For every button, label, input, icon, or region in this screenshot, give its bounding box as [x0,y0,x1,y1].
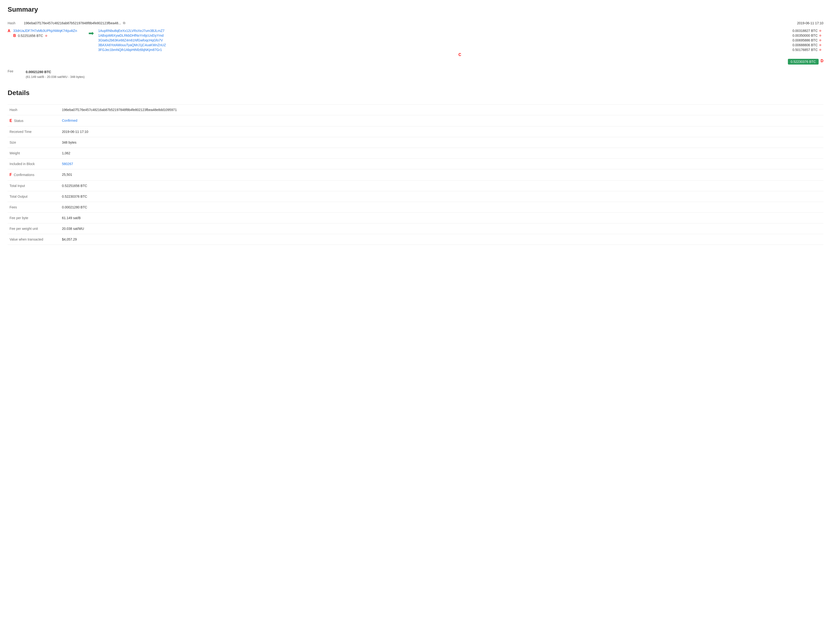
detail-value: 25,501 [62,173,72,177]
detail-value-cell: 2019-06-11 17:10 [60,126,823,137]
table-row: Size 348 bytes [8,137,823,148]
output-globe-icon: ⊕ [819,34,821,37]
output-address-link[interactable]: 1AupRNbu8qEeXx12LVRxXeJ7um3BJLrnZ7 [98,29,164,33]
detail-label: Included in Block [8,159,60,169]
tx-output-item: 1AupRNbu8qEeXx12LVRxXeJ7um3BJLrnZ7 0.003… [98,29,821,33]
fee-details-text: (61.149 sat/B - 20.038 sat/WU - 348 byte… [26,75,84,80]
summary-hash-area: Hash 196eba07f176e457c48216ab87b52197848… [8,21,797,25]
summary-title: Summary [8,6,823,15]
output-globe-icon: ⊕ [819,43,821,47]
input-items: 33drUaJDF7H7xMb3UPhjzNWqK7rkju4tZn B 0.5… [13,29,79,38]
detail-value-cell: 580267 [60,159,823,169]
detail-value-cell: Confirmed [60,115,823,126]
detail-value: 20.038 sat/WU [62,227,84,231]
detail-label: Value when transacted [8,234,60,245]
outputs-list: 1AupRNbu8qEeXx12LVRxXeJ7um3BJLrnZ7 0.003… [98,29,821,57]
detail-value: 0.52230376 BTC [62,195,87,199]
output-globe-icon: ⊕ [819,29,821,32]
detail-value-cell: $4,057.29 [60,234,823,245]
detail-value-cell: 196eba07f176e457c48216ab87b52197848f8b4f… [60,105,823,115]
output-globe-icon: ⊕ [819,38,821,42]
detail-value: 196eba07f176e457c48216ab87b52197848f8b4f… [62,108,177,112]
tx-total-row: 0.52230376 BTC D [98,59,823,65]
detail-value: $4,057.29 [62,237,77,241]
tx-output-item: 1ABxjoM6XywDLRkbDHfNvYn6jcUxEiyYmd 0.003… [98,33,821,37]
output-amount-area: 0.00688806 BTC ⊕ [793,43,821,47]
table-row: Value when transacted $4,057.29 [8,234,823,245]
detail-value-cell: 25,501 [60,169,823,181]
output-address-link[interactable]: 3Gta6s2b63Ke68Z4m61NfGwfoqcHqGfo7V [98,38,163,42]
table-row: FConfirmations 25,501 [8,169,823,181]
detail-value-cell: 348 bytes [60,137,823,148]
output-amount: 0.00318827 BTC [793,29,818,33]
detail-value-cell: 1,062 [60,148,823,159]
fee-row: Fee 0.00021280 BTC (61.149 sat/B - 20.03… [8,69,823,80]
detail-label: Hash [8,105,60,115]
detail-value: 61.149 sat/B [62,216,81,220]
output-address-link[interactable]: 3BAXA6YotAWouuTyaQMrJ1jC4uaKWnZnUZ [98,43,166,47]
annotation-f: F [10,173,12,177]
table-row: Fee per byte 61.149 sat/B [8,213,823,223]
output-amount-area: 0.50176857 BTC ⊕ [793,48,821,52]
annotation-a: A [8,29,11,33]
output-amount: 0.50176857 BTC [793,48,818,52]
details-table: Hash 196eba07f176e457c48216ab87b52197848… [8,104,823,245]
tx-output-item: 3FGJec1bmNQih1AbpHtNfz6bjNKjm87Gr1 0.501… [98,48,821,52]
arrow-container: ➡ [84,29,98,37]
table-row: Fee per weight unit 20.038 sat/WU [8,223,823,234]
output-amount-area: 0.00318827 BTC ⊕ [793,29,821,33]
tx-output-item: 3Gta6s2b63Ke68Z4m61NfGwfoqcHqGfo7V 0.006… [98,38,821,42]
table-row: Total Input 0.52251656 BTC [8,181,823,191]
detail-label: Weight [8,148,60,159]
detail-value: 0.52251656 BTC [62,184,87,188]
detail-value-cell: 0.52230376 BTC [60,191,823,202]
summary-section: Summary Hash 196eba07f176e457c48216ab87b… [8,6,823,80]
input-amount-display: 0.52251656 BTC [18,34,43,38]
detail-label: Total Output [8,191,60,202]
output-address-link[interactable]: 1ABxjoM6XywDLRkbDHfNvYn6jcUxEiyYmd [98,33,164,37]
output-globe-icon: ⊕ [819,48,821,51]
output-address-link[interactable]: 3FGJec1bmNQih1AbpHtNfz6bjNKjm87Gr1 [98,48,162,52]
tx-total-badge: 0.52230376 BTC [788,59,819,65]
output-amount-area: 0.00695886 BTC ⊕ [793,38,821,42]
arrow-icon: ➡ [88,29,94,37]
annotation-e: E [10,119,12,122]
detail-label: Size [8,137,60,148]
timestamp-area: 2019-06-11 17:10 [797,21,823,25]
table-row: Hash 196eba07f176e457c48216ab87b52197848… [8,105,823,115]
fee-label: Fee [8,69,22,73]
copy-icon[interactable]: ⧉ [123,21,125,25]
table-row: Fees 0.00021280 BTC [8,202,823,213]
annotation-c: C [458,52,461,57]
details-title: Details [8,89,823,99]
detail-label: Total Input [8,181,60,191]
input-address-link[interactable]: 33drUaJDF7H7xMb3UPhjzNWqK7rkju4tZn [13,29,77,33]
fee-btc: 0.00021280 BTC [26,70,51,74]
output-amount-area: 0.00350000 BTC ⊕ [793,33,821,37]
output-amount: 0.00688806 BTC [793,43,818,47]
table-row: EStatus Confirmed [8,115,823,126]
status-value: Confirmed [62,119,77,122]
table-row: Weight 1,062 [8,148,823,159]
transaction-flow: A 33drUaJDF7H7xMb3UPhjzNWqK7rkju4tZn B 0… [8,29,823,65]
detail-value: 0.00021280 BTC [62,205,87,209]
tx-input-item: 33drUaJDF7H7xMb3UPhjzNWqK7rkju4tZn [13,29,79,33]
timestamp-value: 2019-06-11 17:10 [797,21,823,25]
block-link[interactable]: 580267 [62,162,73,166]
detail-label: FConfirmations [8,169,60,181]
detail-value-cell: 61.149 sat/B [60,213,823,223]
annotation-b: B [13,33,16,38]
summary-hash-row: Hash 196eba07f176e457c48216ab87b52197848… [8,21,823,25]
tx-inputs-section: A 33drUaJDF7H7xMb3UPhjzNWqK7rkju4tZn B 0… [8,29,84,38]
tx-outputs-section: 1AupRNbu8qEeXx12LVRxXeJ7um3BJLrnZ7 0.003… [98,29,823,65]
detail-value: 1,062 [62,151,70,155]
detail-value: 348 bytes [62,140,76,144]
hash-label: Hash [8,21,22,25]
input-label-area: A 33drUaJDF7H7xMb3UPhjzNWqK7rkju4tZn B 0… [8,29,84,38]
table-row: Included in Block 580267 [8,159,823,169]
details-section: Details Hash 196eba07f176e457c48216ab87b… [8,89,823,245]
detail-label: Fees [8,202,60,213]
fee-details: 0.00021280 BTC (61.149 sat/B - 20.038 sa… [26,69,84,80]
annotation-d: D [820,59,823,65]
outputs-with-annotation: 1AupRNbu8qEeXx12LVRxXeJ7um3BJLrnZ7 0.003… [98,29,823,57]
